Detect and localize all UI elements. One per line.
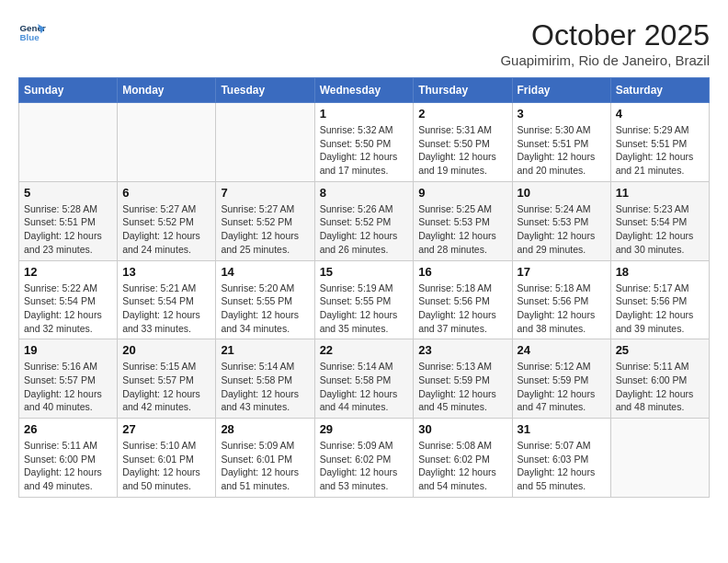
day-number: 30 (418, 422, 506, 436)
calendar-cell: 7Sunrise: 5:27 AM Sunset: 5:52 PM Daylig… (216, 181, 314, 260)
calendar-cell: 22Sunrise: 5:14 AM Sunset: 5:58 PM Dayli… (314, 339, 414, 419)
day-info: Sunrise: 5:28 AM Sunset: 5:51 PM Dayligh… (24, 202, 112, 257)
logo-icon: General Blue (18, 18, 46, 46)
day-info: Sunrise: 5:18 AM Sunset: 5:56 PM Dayligh… (418, 282, 506, 336)
day-info: Sunrise: 5:17 AM Sunset: 5:56 PM Dayligh… (616, 282, 704, 336)
day-number: 16 (418, 265, 506, 279)
calendar-cell: 29Sunrise: 5:09 AM Sunset: 6:02 PM Dayli… (314, 419, 414, 498)
calendar-cell: 31Sunrise: 5:07 AM Sunset: 6:03 PM Dayli… (512, 419, 610, 498)
calendar-cell (610, 419, 709, 498)
calendar-cell: 8Sunrise: 5:26 AM Sunset: 5:52 PM Daylig… (314, 181, 414, 260)
day-number: 11 (616, 186, 704, 200)
calendar-cell: 13Sunrise: 5:21 AM Sunset: 5:54 PM Dayli… (118, 260, 216, 339)
day-info: Sunrise: 5:09 AM Sunset: 6:01 PM Dayligh… (221, 439, 309, 493)
day-info: Sunrise: 5:11 AM Sunset: 6:00 PM Dayligh… (24, 439, 112, 493)
calendar-cell: 4Sunrise: 5:29 AM Sunset: 5:51 PM Daylig… (610, 103, 709, 182)
title-block: October 2025 Guapimirim, Rio de Janeiro,… (500, 18, 710, 68)
calendar-cell: 3Sunrise: 5:30 AM Sunset: 5:51 PM Daylig… (512, 103, 610, 182)
day-number: 4 (616, 107, 704, 121)
weekday-header-friday: Friday (512, 78, 610, 103)
day-number: 10 (518, 186, 606, 200)
weekday-header-monday: Monday (118, 78, 216, 103)
day-number: 26 (24, 422, 112, 436)
calendar-cell: 20Sunrise: 5:15 AM Sunset: 5:57 PM Dayli… (118, 339, 216, 419)
day-info: Sunrise: 5:12 AM Sunset: 5:59 PM Dayligh… (518, 360, 606, 414)
month-title: October 2025 (500, 18, 710, 52)
day-number: 7 (221, 186, 309, 200)
day-info: Sunrise: 5:32 AM Sunset: 5:50 PM Dayligh… (320, 123, 409, 178)
calendar-table: SundayMondayTuesdayWednesdayThursdayFrid… (18, 77, 710, 498)
day-info: Sunrise: 5:13 AM Sunset: 5:59 PM Dayligh… (418, 360, 506, 414)
calendar-cell: 9Sunrise: 5:25 AM Sunset: 5:53 PM Daylig… (414, 181, 512, 260)
day-number: 9 (418, 186, 506, 200)
weekday-header-sunday: Sunday (19, 78, 118, 103)
weekday-header-saturday: Saturday (610, 78, 709, 103)
day-number: 22 (320, 343, 409, 357)
day-number: 6 (122, 186, 210, 200)
day-info: Sunrise: 5:30 AM Sunset: 5:51 PM Dayligh… (518, 123, 606, 178)
day-info: Sunrise: 5:14 AM Sunset: 5:58 PM Dayligh… (221, 360, 309, 414)
day-number: 27 (122, 422, 210, 436)
location: Guapimirim, Rio de Janeiro, Brazil (500, 52, 710, 68)
calendar-cell: 27Sunrise: 5:10 AM Sunset: 6:01 PM Dayli… (118, 419, 216, 498)
day-number: 24 (518, 343, 606, 357)
day-number: 28 (221, 422, 309, 436)
calendar-cell: 1Sunrise: 5:32 AM Sunset: 5:50 PM Daylig… (314, 103, 414, 182)
calendar-cell: 14Sunrise: 5:20 AM Sunset: 5:55 PM Dayli… (216, 260, 314, 339)
calendar-cell: 2Sunrise: 5:31 AM Sunset: 5:50 PM Daylig… (414, 103, 512, 182)
day-info: Sunrise: 5:19 AM Sunset: 5:55 PM Dayligh… (320, 282, 409, 336)
day-info: Sunrise: 5:11 AM Sunset: 6:00 PM Dayligh… (616, 360, 704, 414)
day-number: 5 (24, 186, 112, 200)
day-number: 20 (122, 343, 210, 357)
day-info: Sunrise: 5:27 AM Sunset: 5:52 PM Dayligh… (221, 202, 309, 257)
day-number: 2 (418, 107, 506, 121)
day-number: 1 (320, 107, 409, 121)
calendar-cell: 11Sunrise: 5:23 AM Sunset: 5:54 PM Dayli… (610, 181, 709, 260)
day-info: Sunrise: 5:31 AM Sunset: 5:50 PM Dayligh… (418, 123, 506, 178)
calendar-week-row: 5Sunrise: 5:28 AM Sunset: 5:51 PM Daylig… (19, 181, 710, 260)
day-number: 3 (518, 107, 606, 121)
calendar-cell: 17Sunrise: 5:18 AM Sunset: 5:56 PM Dayli… (512, 260, 610, 339)
day-info: Sunrise: 5:15 AM Sunset: 5:57 PM Dayligh… (122, 360, 210, 414)
calendar-cell: 25Sunrise: 5:11 AM Sunset: 6:00 PM Dayli… (610, 339, 709, 419)
page-header: General Blue October 2025 Guapimirim, Ri… (18, 18, 710, 68)
calendar-cell: 10Sunrise: 5:24 AM Sunset: 5:53 PM Dayli… (512, 181, 610, 260)
calendar-cell: 18Sunrise: 5:17 AM Sunset: 5:56 PM Dayli… (610, 260, 709, 339)
day-number: 17 (518, 265, 606, 279)
calendar-cell: 23Sunrise: 5:13 AM Sunset: 5:59 PM Dayli… (414, 339, 512, 419)
calendar-week-row: 1Sunrise: 5:32 AM Sunset: 5:50 PM Daylig… (19, 103, 710, 182)
calendar-cell: 30Sunrise: 5:08 AM Sunset: 6:02 PM Dayli… (414, 419, 512, 498)
day-info: Sunrise: 5:16 AM Sunset: 5:57 PM Dayligh… (24, 360, 112, 414)
calendar-week-row: 12Sunrise: 5:22 AM Sunset: 5:54 PM Dayli… (19, 260, 710, 339)
calendar-week-row: 19Sunrise: 5:16 AM Sunset: 5:57 PM Dayli… (19, 339, 710, 419)
day-number: 21 (221, 343, 309, 357)
day-info: Sunrise: 5:29 AM Sunset: 5:51 PM Dayligh… (616, 123, 704, 178)
day-number: 14 (221, 265, 309, 279)
weekday-header-wednesday: Wednesday (314, 78, 414, 103)
logo: General Blue (18, 18, 46, 46)
weekday-header-row: SundayMondayTuesdayWednesdayThursdayFrid… (19, 78, 710, 103)
day-number: 25 (616, 343, 704, 357)
weekday-header-thursday: Thursday (414, 78, 512, 103)
day-info: Sunrise: 5:26 AM Sunset: 5:52 PM Dayligh… (320, 202, 409, 257)
calendar-cell: 26Sunrise: 5:11 AM Sunset: 6:00 PM Dayli… (19, 419, 118, 498)
day-info: Sunrise: 5:20 AM Sunset: 5:55 PM Dayligh… (221, 282, 309, 336)
weekday-header-tuesday: Tuesday (216, 78, 314, 103)
calendar-cell: 21Sunrise: 5:14 AM Sunset: 5:58 PM Dayli… (216, 339, 314, 419)
calendar-cell: 6Sunrise: 5:27 AM Sunset: 5:52 PM Daylig… (118, 181, 216, 260)
day-number: 12 (24, 265, 112, 279)
day-info: Sunrise: 5:08 AM Sunset: 6:02 PM Dayligh… (418, 439, 506, 493)
calendar-cell: 5Sunrise: 5:28 AM Sunset: 5:51 PM Daylig… (19, 181, 118, 260)
calendar-week-row: 26Sunrise: 5:11 AM Sunset: 6:00 PM Dayli… (19, 419, 710, 498)
day-info: Sunrise: 5:14 AM Sunset: 5:58 PM Dayligh… (320, 360, 409, 414)
calendar-cell: 15Sunrise: 5:19 AM Sunset: 5:55 PM Dayli… (314, 260, 414, 339)
day-number: 23 (418, 343, 506, 357)
calendar-cell: 24Sunrise: 5:12 AM Sunset: 5:59 PM Dayli… (512, 339, 610, 419)
day-info: Sunrise: 5:21 AM Sunset: 5:54 PM Dayligh… (122, 282, 210, 336)
day-number: 13 (122, 265, 210, 279)
day-info: Sunrise: 5:27 AM Sunset: 5:52 PM Dayligh… (122, 202, 210, 257)
calendar-cell: 12Sunrise: 5:22 AM Sunset: 5:54 PM Dayli… (19, 260, 118, 339)
day-number: 8 (320, 186, 409, 200)
day-info: Sunrise: 5:07 AM Sunset: 6:03 PM Dayligh… (518, 439, 606, 493)
calendar-cell: 28Sunrise: 5:09 AM Sunset: 6:01 PM Dayli… (216, 419, 314, 498)
